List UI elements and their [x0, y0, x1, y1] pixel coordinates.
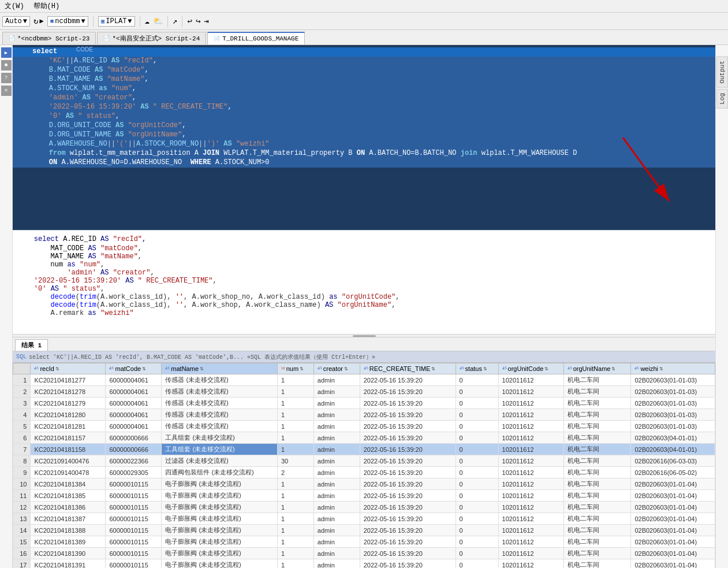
- cell-weizhi: 02B020603(01-01-03): [631, 421, 715, 432]
- arrow-icon[interactable]: ▶: [39, 17, 43, 25]
- th-creator[interactable]: ⁴⁵ creator ⇅: [313, 363, 360, 374]
- th-status[interactable]: ⁴⁵ status ⇅: [456, 363, 498, 374]
- cell-status: 0: [456, 490, 498, 502]
- results-table-container[interactable]: ⁴⁵ recId ⇅ ⁴⁵ matCode ⇅: [13, 363, 715, 568]
- tab-script-23[interactable]: 📄 *<ncdbmm> Script-23: [2, 32, 96, 44]
- sql-preview-bar: SQL select 'KC'||A.REC_ID AS 'recId', B.…: [13, 351, 715, 363]
- sort-icon-recCreateTime[interactable]: ⇅: [431, 366, 435, 372]
- cell-weizhi: 02B020603(01-01-03): [631, 409, 715, 421]
- cell-num: 2: [278, 467, 314, 478]
- sort-icon-weizhi[interactable]: ⇅: [659, 366, 663, 372]
- th-num[interactable]: ¹² num ⇅: [278, 363, 314, 374]
- cell-num: 1: [278, 525, 314, 536]
- cell-orgUnitName: 机电二车间: [563, 409, 631, 421]
- cell-orgUnitCode: 102011612: [498, 478, 563, 490]
- refresh-icon[interactable]: ↻: [33, 16, 38, 26]
- table-row[interactable]: 12 KC202104181386 60000010115 电子膨胀阀 (未走移…: [13, 502, 715, 513]
- th-matName[interactable]: ⁴⁵ matName ⇅: [162, 363, 278, 374]
- menu-item-w[interactable]: 文(W): [2, 0, 27, 12]
- cell-num: 1: [278, 478, 314, 490]
- run-button[interactable]: ▶: [1, 47, 12, 58]
- cloud-icon-2[interactable]: ⛅: [153, 16, 163, 26]
- redo-icon[interactable]: ↪: [196, 16, 200, 26]
- cell-num: 1: [278, 432, 314, 444]
- table-row[interactable]: 17 KC202104181391 60000010115 电子膨胀阀 (未走移…: [13, 559, 715, 569]
- table-row[interactable]: 5 KC202104181281 60000004061 传感器 (未走移交流程…: [13, 421, 715, 432]
- th-orgUnitName[interactable]: ⁴⁵ orgUnitName ⇅: [563, 363, 631, 374]
- cell-status: 0: [456, 467, 498, 478]
- sort-icon-recId[interactable]: ⇅: [55, 366, 59, 372]
- cell-recId: KC202104181388: [31, 525, 106, 536]
- table-row[interactable]: 6 KC202104181157 60000000666 工具组套 (未走移交流…: [13, 432, 715, 444]
- sql-editor-selected[interactable]: CODE select 'KC'||A.REC_ID AS "recId", B…: [13, 45, 715, 230]
- cell-orgUnitName: 机电二车间: [563, 478, 631, 490]
- table-row[interactable]: 4 KC202104181280 60000004061 传感器 (未走移交流程…: [13, 409, 715, 421]
- cell-recId: KC202104181280: [31, 409, 106, 421]
- cell-recId: KC202104181277: [31, 374, 106, 386]
- cell-orgUnitCode: 102011612: [498, 398, 563, 409]
- th-weizhi[interactable]: ⁴⁵ weizhi ⇅: [631, 363, 715, 374]
- cell-status: 0: [456, 386, 498, 398]
- log-panel-btn[interactable]: Log: [716, 89, 728, 109]
- table-row[interactable]: 16 KC202104181390 60000010115 电子膨胀阀 (未走移…: [13, 548, 715, 559]
- cell-status: 0: [456, 432, 498, 444]
- cell-matCode: 60000004061: [106, 421, 162, 432]
- th-orgUnitCode[interactable]: ⁴⁵ orgUnitCode ⇅: [498, 363, 563, 374]
- cell-recCreateTime: 2022-05-16 15:39:20: [360, 386, 456, 398]
- cell-recId: KC202104181391: [31, 559, 106, 569]
- row-num: 11: [13, 490, 31, 502]
- table-row[interactable]: 3 KC202104181279 60000004061 传感器 (未走移交流程…: [13, 398, 715, 409]
- table-row[interactable]: 15 KC202104181389 60000010115 电子膨胀阀 (未走移…: [13, 536, 715, 548]
- step-icon[interactable]: ⇥: [204, 16, 208, 26]
- table-row[interactable]: 11 KC202104181385 60000010115 电子膨胀阀 (未走移…: [13, 490, 715, 502]
- cell-status: 0: [456, 502, 498, 513]
- cell-weizhi: 02B020616(06-03-03): [631, 455, 715, 467]
- cell-orgUnitName: 机电二车间: [563, 374, 631, 386]
- table-row[interactable]: 13 KC202104181387 60000010115 电子膨胀阀 (未走移…: [13, 513, 715, 525]
- sort-icon-orgUnitCode[interactable]: ⇅: [544, 366, 548, 372]
- sort-icon-orgUnitName[interactable]: ⇅: [611, 366, 615, 372]
- th-recCreateTime[interactable]: ⁴⁵ REC_CREATE_TIME ⇅: [360, 363, 456, 374]
- undo-icon[interactable]: ↩: [187, 16, 192, 26]
- cell-matName: 工具组套 (未走移交流程): [162, 444, 278, 455]
- table-row[interactable]: 9 KC2021091400478 60000029305 四通阀包装组件 (未…: [13, 467, 715, 478]
- auto-dropdown[interactable]: Auto ▼: [2, 16, 30, 27]
- right-panel: Output Log: [715, 45, 728, 568]
- cell-creator: admin: [313, 398, 360, 409]
- arrow-icon-2[interactable]: ↗: [173, 16, 177, 26]
- table-row[interactable]: 14 KC202104181388 60000010115 电子膨胀阀 (未走移…: [13, 525, 715, 536]
- sort-icon-creator[interactable]: ⇅: [344, 366, 348, 372]
- th-recId[interactable]: ⁴⁵ recId ⇅: [31, 363, 106, 374]
- stop-button[interactable]: ■: [1, 60, 12, 70]
- cell-orgUnitCode: 102011612: [498, 548, 563, 559]
- table-row[interactable]: 7 KC202104181158 60000000666 工具组套 (未走移交流…: [13, 444, 715, 455]
- th-matCode[interactable]: ⁴⁵ matCode ⇅: [106, 363, 162, 374]
- sort-icon-matName[interactable]: ⇅: [200, 366, 204, 372]
- cell-num: 1: [278, 374, 314, 386]
- cloud-icon[interactable]: ☁: [145, 16, 150, 26]
- results-tab-1[interactable]: 结果 1: [15, 339, 48, 351]
- cell-status: 0: [456, 455, 498, 467]
- tab-drill-goods[interactable]: 📄 T_DRILL_GOODS_MANAGE: [207, 32, 305, 44]
- sort-icon-num[interactable]: ⇅: [300, 366, 304, 372]
- tab-script-24[interactable]: 📄 *<南昌安全正式> Script-24: [97, 32, 206, 44]
- cell-matName: 传感器 (未走移交流程): [162, 421, 278, 432]
- cell-matName: 工具组套 (未走移交流程): [162, 432, 278, 444]
- sql-editor-2[interactable]: select A.REC_ID AS "recId", MAT_CODE AS …: [13, 230, 715, 334]
- sort-icon-status[interactable]: ⇅: [483, 366, 487, 372]
- output-panel-btn[interactable]: Output: [716, 57, 728, 88]
- table-row[interactable]: 1 KC202104181277 60000004061 传感器 (未走移交流程…: [13, 374, 715, 386]
- menu-item-help[interactable]: 帮助(H): [31, 0, 62, 12]
- table-row[interactable]: 2 KC202104181278 60000004061 传感器 (未走移交流程…: [13, 386, 715, 398]
- cell-matCode: 60000004061: [106, 398, 162, 409]
- cell-recId: KC202104181390: [31, 548, 106, 559]
- cell-matName: 电子膨胀阀 (未走移交流程): [162, 548, 278, 559]
- table-row[interactable]: 8 KC2021091400476 60000022366 过滤器 (未走移交流…: [13, 455, 715, 467]
- explain-button[interactable]: ?: [1, 73, 12, 83]
- table-row[interactable]: 10 KC202104181384 60000010115 电子膨胀阀 (未走移…: [13, 478, 715, 490]
- db-dropdown[interactable]: ■ ncdbmm ▼: [47, 16, 88, 27]
- sort-icon-matCode[interactable]: ⇅: [142, 366, 146, 372]
- platform-dropdown[interactable]: ▣ IPLAT ▼: [98, 16, 135, 27]
- cell-matName: 过滤器 (未走移交流程): [162, 455, 278, 467]
- format-button[interactable]: ≡: [1, 86, 12, 96]
